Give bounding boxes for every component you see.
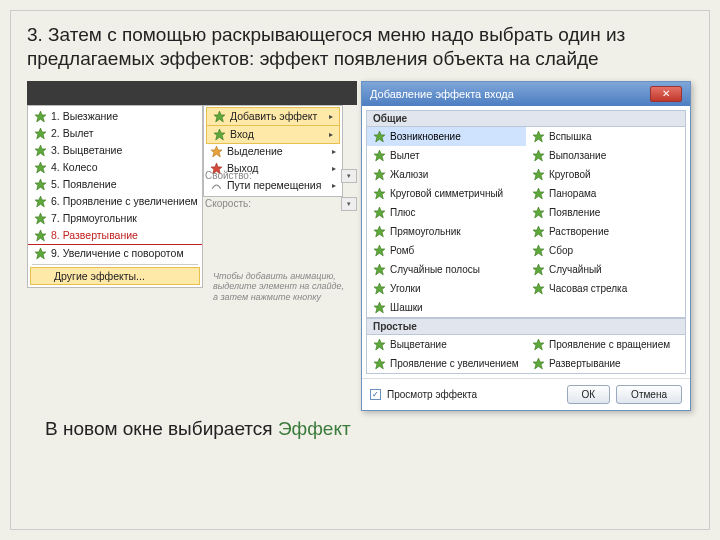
star-icon: [34, 195, 47, 208]
effect-item[interactable]: 4. Колесо: [28, 159, 202, 176]
star-icon: [532, 187, 545, 200]
star-icon: [373, 225, 386, 238]
effect-item[interactable]: 9. Увеличение с поворотом: [28, 245, 202, 262]
svg-marker-1: [35, 128, 46, 139]
svg-marker-7: [35, 230, 46, 241]
svg-marker-27: [374, 264, 385, 275]
add-effect-icon: [213, 110, 226, 123]
effects-grid-common: ВозникновениеВспышкаВылетВыползаниеЖалюз…: [366, 127, 686, 318]
ok-button[interactable]: ОК: [567, 385, 611, 404]
app-toolbar-dark: [27, 81, 357, 105]
effect-item[interactable]: 5. Появление: [28, 176, 202, 193]
chevron-right-icon: ▸: [329, 130, 333, 139]
star-icon: [373, 130, 386, 143]
preview-checkbox[interactable]: ✓: [370, 389, 381, 400]
effect-option[interactable]: Вылет: [367, 146, 526, 165]
svg-marker-34: [374, 358, 385, 369]
star-icon: [34, 178, 47, 191]
speed-dropdown[interactable]: ▾: [341, 197, 357, 211]
svg-marker-13: [374, 131, 385, 142]
star-icon: [373, 187, 386, 200]
effect-option[interactable]: Прямоугольник: [367, 222, 526, 241]
effect-option[interactable]: Развертывание: [526, 354, 685, 373]
effect-option[interactable]: Часовая стрелка: [526, 279, 685, 298]
star-icon: [373, 244, 386, 257]
effect-item[interactable]: 6. Проявление с увеличением: [28, 193, 202, 210]
svg-marker-22: [533, 207, 544, 218]
star-icon: [373, 357, 386, 370]
effect-item[interactable]: 7. Прямоугольник: [28, 210, 202, 227]
star-icon: [532, 130, 545, 143]
effect-option[interactable]: Круговой: [526, 165, 685, 184]
property-dropdown[interactable]: ▾: [341, 169, 357, 183]
svg-marker-30: [533, 283, 544, 294]
svg-marker-9: [214, 111, 225, 122]
effect-option[interactable]: Ромб: [367, 241, 526, 260]
star-icon: [373, 263, 386, 276]
star-icon: [34, 161, 47, 174]
effect-option[interactable]: Выползание: [526, 146, 685, 165]
effect-item[interactable]: 3. Выцветание: [28, 142, 202, 159]
svg-marker-25: [374, 245, 385, 256]
effect-option[interactable]: Шашки: [367, 298, 526, 317]
submenu-item[interactable]: Вход▸: [206, 125, 340, 144]
green-star-icon: [213, 128, 226, 141]
effect-option[interactable]: Случайные полосы: [367, 260, 526, 279]
svg-marker-4: [35, 179, 46, 190]
close-button[interactable]: ✕: [650, 86, 682, 102]
submenu-item[interactable]: Выделение▸: [204, 143, 342, 160]
preview-label: Просмотр эффекта: [387, 389, 477, 400]
star-icon: [532, 206, 545, 219]
effect-option: [526, 298, 685, 317]
star-icon: [373, 338, 386, 351]
effect-option[interactable]: Возникновение: [367, 127, 526, 146]
note-text: В новом окне выбирается Эффект: [45, 417, 351, 441]
cancel-button[interactable]: Отмена: [616, 385, 682, 404]
effect-option[interactable]: Вспышка: [526, 127, 685, 146]
effect-item[interactable]: 1. Выезжание: [28, 108, 202, 125]
effect-option[interactable]: Случайный: [526, 260, 685, 279]
effect-option[interactable]: Жалюзи: [367, 165, 526, 184]
orange-star-icon: [210, 145, 223, 158]
svg-marker-0: [35, 111, 46, 122]
effect-item[interactable]: 8. Развертывание: [28, 227, 202, 245]
star-icon: [373, 168, 386, 181]
star-icon: [532, 282, 545, 295]
star-icon: [532, 149, 545, 162]
add-effect-button[interactable]: Добавить эффект ▸: [206, 107, 340, 126]
effect-item[interactable]: 2. Вылет: [28, 125, 202, 142]
effect-option[interactable]: Растворение: [526, 222, 685, 241]
svg-marker-2: [35, 145, 46, 156]
svg-marker-35: [533, 358, 544, 369]
svg-marker-32: [374, 339, 385, 350]
effect-option[interactable]: Панорама: [526, 184, 685, 203]
other-effects-item[interactable]: Другие эффекты...: [30, 267, 200, 285]
star-icon: [532, 168, 545, 181]
svg-marker-28: [533, 264, 544, 275]
effect-option[interactable]: Выцветание: [367, 335, 526, 354]
svg-marker-11: [211, 146, 222, 157]
star-icon: [532, 244, 545, 257]
effect-option[interactable]: Проявление с вращением: [526, 335, 685, 354]
effect-option[interactable]: Проявление с увеличением: [367, 354, 526, 373]
effect-option[interactable]: Появление: [526, 203, 685, 222]
svg-marker-15: [374, 150, 385, 161]
star-icon: [373, 301, 386, 314]
effect-option[interactable]: Уголки: [367, 279, 526, 298]
star-icon: [373, 149, 386, 162]
effect-option[interactable]: Круговой симметричный: [367, 184, 526, 203]
svg-marker-26: [533, 245, 544, 256]
star-icon: [34, 127, 47, 140]
star-icon: [34, 247, 47, 260]
effect-option[interactable]: Сбор: [526, 241, 685, 260]
effect-option[interactable]: Плюс: [367, 203, 526, 222]
svg-marker-31: [374, 302, 385, 313]
star-icon: [34, 144, 47, 157]
instruction-text: 3. Затем с помощью раскрывающегося меню …: [27, 23, 693, 71]
star-icon: [373, 282, 386, 295]
svg-marker-23: [374, 226, 385, 237]
properties-panel: Свойство: ▾ Скорость: ▾: [205, 169, 357, 225]
add-effect-label: Добавить эффект: [230, 110, 317, 122]
chevron-right-icon: ▸: [329, 112, 333, 121]
svg-marker-16: [533, 150, 544, 161]
